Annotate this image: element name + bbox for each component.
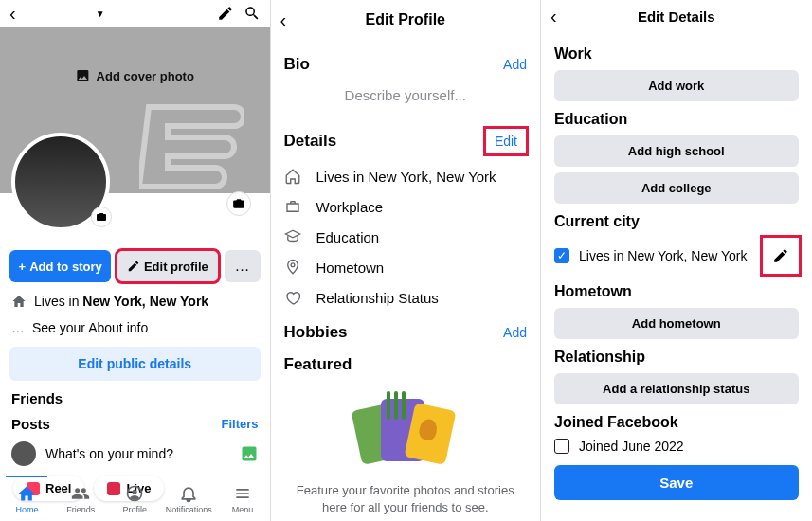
friends-heading: Friends [11,390,259,406]
details-edit-link[interactable]: Edit [485,128,527,154]
cover-photo-area: Add cover photo [0,27,270,193]
back-icon[interactable]: ‹ [550,6,557,27]
cover-watermark [139,102,244,197]
hobbies-add-link[interactable]: Add [503,325,527,340]
detail-workplace-text: Workplace [316,199,384,215]
edit-public-details-button[interactable]: Edit public details [9,347,261,381]
image-icon [76,68,91,83]
detail-education[interactable]: Education [284,228,528,245]
work-heading: Work [554,45,799,63]
edit-pencil-icon[interactable] [217,5,234,22]
graduation-icon [284,228,305,245]
detail-relationship-text: Relationship Status [316,290,439,306]
nav-profile-label: Profile [123,505,148,514]
details-heading: Details [284,132,337,151]
composer-prompt[interactable]: What's on your mind? [45,446,230,461]
nav-notifications-label: Notifications [166,505,212,514]
back-icon[interactable]: ‹ [9,4,16,23]
bell-icon [179,484,198,503]
add-college-button[interactable]: Add college [554,172,799,204]
current-city-heading: Current city [554,213,799,230]
back-icon[interactable]: ‹ [280,9,287,31]
home-outline-icon [284,168,305,185]
plus-icon: + [19,260,27,274]
heart-icon [284,289,305,306]
detail-workplace[interactable]: Workplace [284,198,528,215]
nav-home-label: Home [15,505,38,514]
add-cover-photo-button[interactable]: Add cover photo [76,68,194,83]
nav-friends-label: Friends [66,505,95,514]
home-icon [11,294,27,309]
page-title: Edit Details [638,9,715,25]
detail-relationship[interactable]: Relationship Status [284,289,528,306]
friends-icon [71,484,90,503]
nav-menu-label: Menu [232,505,254,514]
nav-friends[interactable]: Friends [54,476,108,521]
joined-checkbox[interactable] [554,439,569,454]
about-link: About info [88,320,148,335]
about-info-row[interactable]: … See your About info [11,320,259,335]
add-relationship-button[interactable]: Add a relationship status [554,373,799,404]
menu-icon [233,484,252,503]
detail-lives: Lives in New York, New York [284,168,528,185]
search-icon[interactable] [244,5,261,22]
edit-profile-label: Edit profile [144,260,208,274]
profile-icon [125,484,144,503]
hobbies-heading: Hobbies [284,323,348,342]
add-high-school-button[interactable]: Add high school [554,135,799,167]
nav-menu[interactable]: Menu [216,476,270,521]
avatar-camera-button[interactable] [91,207,112,227]
lives-location: New York, New York [82,294,208,309]
nav-notifications[interactable]: Notifications [162,476,216,521]
add-work-label: Add work [648,79,704,93]
svg-point-1 [133,489,137,494]
posts-heading: Posts [11,416,50,432]
filters-link[interactable]: Filters [221,417,258,431]
add-hometown-button[interactable]: Add hometown [554,308,799,339]
featured-heading: Featured [284,355,352,374]
nav-profile[interactable]: Profile [108,476,162,521]
edit-current-city-button[interactable] [763,238,799,274]
joined-text: Joined June 2022 [579,439,684,454]
page-title: Edit Profile [366,11,445,28]
svg-point-2 [291,263,295,267]
cover-camera-button[interactable] [226,191,251,216]
more-options-button[interactable]: … [225,250,261,282]
location-icon [284,259,305,276]
composer-avatar [11,441,36,466]
current-city-checkbox[interactable]: ✓ [554,248,569,263]
bio-add-link[interactable]: Add [503,57,527,72]
current-city-text: Lives in New York, New York [579,248,747,263]
edit-public-details-label: Edit public details [78,356,191,371]
joined-heading: Joined Facebook [554,414,799,431]
save-button[interactable]: Save [554,465,799,500]
joined-row: Joined June 2022 [554,439,799,454]
add-college-label: Add college [641,181,712,195]
add-cover-photo-label: Add cover photo [97,69,194,83]
education-heading: Education [554,111,799,128]
add-to-story-button[interactable]: + Add to story [9,250,111,282]
add-work-button[interactable]: Add work [554,70,799,101]
dropdown-caret-icon[interactable]: ▼ [96,9,105,19]
photo-icon[interactable] [240,444,259,463]
current-city-row: ✓ Lives in New York, New York [554,238,799,274]
lives-in-row: Lives in New York, New York [11,294,259,309]
add-to-story-label: Add to story [29,260,102,274]
ellipsis-icon: … [11,320,25,335]
nav-home[interactable]: Home [0,476,54,521]
bio-heading: Bio [284,55,310,74]
hometown-heading: Hometown [554,283,799,300]
detail-hometown[interactable]: Hometown [284,259,528,276]
add-hometown-label: Add hometown [632,316,721,331]
pencil-icon [127,260,140,273]
detail-hometown-text: Hometown [316,260,385,276]
home-filled-icon [17,484,36,503]
edit-profile-button[interactable]: Edit profile [117,250,218,282]
featured-description: Feature your favorite photos and stories… [290,482,522,515]
add-hs-label: Add high school [628,144,725,158]
add-relationship-label: Add a relationship status [603,382,749,396]
bio-placeholder[interactable]: Describe yourself... [284,81,528,120]
detail-lives-text: Lives in New York, New York [316,169,496,185]
briefcase-icon [284,198,305,215]
relationship-heading: Relationship [554,349,799,366]
